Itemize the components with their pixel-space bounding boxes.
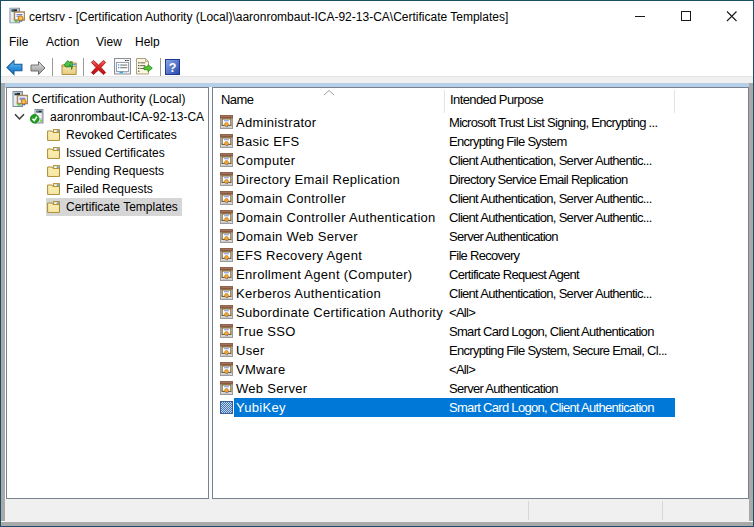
svg-text:?: ? xyxy=(169,61,177,75)
